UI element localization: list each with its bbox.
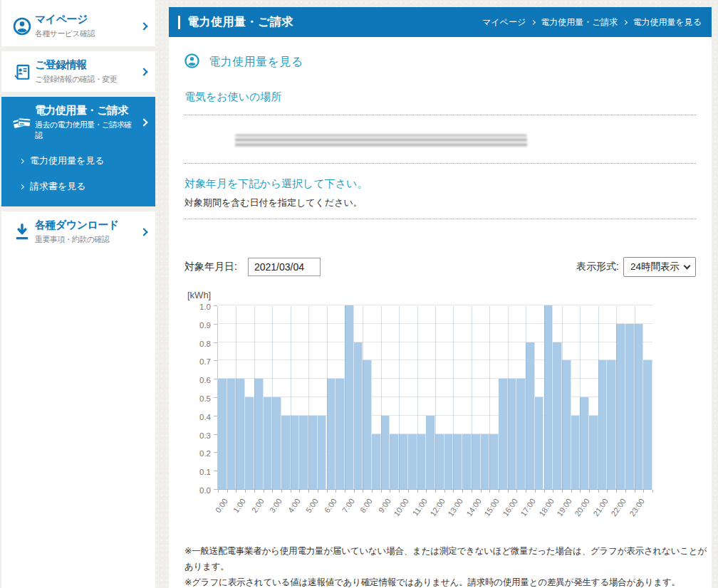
usage-bar [435,434,444,489]
x-tick-mark [499,490,499,493]
page-heading: 電力使用量を見る [209,55,303,70]
x-tick-mark [399,490,400,493]
x-gridline [236,306,236,489]
x-tick-mark [363,490,363,493]
page: { "sidebar": { "items": [ { "title": "マイ… [0,0,718,588]
sidebar: マイページ 各種サービス確認 ご登録情報 ご登録情報の確認・変更 [1,0,155,588]
usage-bar [607,360,616,489]
usage-bar [489,434,499,489]
x-tick-mark [516,490,517,493]
sidebar-subitem-label: 請求書を見る [30,180,86,193]
date-input[interactable] [248,258,321,276]
x-gridline [254,306,255,489]
x-gridline [508,306,509,489]
select-period-heading: 対象年月を下記から選択して下さい。 [184,177,696,191]
sidebar-item-downloads[interactable]: 各種ダウンロード 重要事項・約款の確認 [1,211,155,252]
usage-bar [643,360,652,489]
y-tick-label: 0.9 [187,321,211,330]
x-tick-mark [381,490,382,493]
x-tick-mark [236,490,236,493]
usage-bar [426,416,435,489]
usage-bar [390,434,399,489]
format-group: 表示形式: 24時間表示 [576,257,696,277]
sidebar-item-mypage[interactable]: マイページ 各種サービス確認 [1,6,155,46]
y-tick-label: 0.8 [187,340,211,348]
usage-bar [508,379,517,489]
x-tick-mark [318,490,318,493]
x-tick-mark [299,490,300,493]
breadcrumb-usage-billing[interactable]: 電力使用量・ご請求 [541,16,618,28]
usage-bar [335,379,345,489]
title-accent-bar [178,16,180,29]
sidebar-item-registration[interactable]: ご登録情報 ご登録情報の確認・変更 [1,51,155,92]
x-tick-mark [272,490,273,493]
x-gridline [544,306,545,489]
usage-bar [625,324,635,489]
x-gridline [616,306,617,489]
x-gridline [526,306,526,489]
chart-plot-area: 0:001:002:003:004:005:006:007:008:009:00… [217,306,652,490]
chart-notes: ※一般送配電事業者から使用電力量が届いていない場合、または測定できないほど微量だ… [184,544,712,588]
sidebar-item-title: マイページ [35,13,138,26]
usage-bar [417,434,427,489]
chevron-right-icon [140,228,147,236]
chart-y-axis: 0.00.10.20.30.40.50.60.70.80.91.0 [184,306,217,490]
x-tick-mark [544,490,545,493]
usage-bar [535,397,544,489]
y-tick-label: 0.3 [187,431,211,440]
usage-bar [291,416,300,489]
sidebar-item-subtitle: ご登録情報の確認・変更 [35,74,138,85]
x-gridline [345,306,345,489]
y-tick-label: 0.7 [187,357,211,366]
usage-bar [308,416,318,489]
y-tick-label: 0.5 [187,394,211,403]
usage-bar [245,397,254,489]
chevron-right-icon [140,22,147,30]
x-gridline [291,306,291,489]
sidebar-item-title: ご登録情報 [35,58,138,72]
page-header-title: 電力使用量・ご請求 [187,15,293,30]
usage-bar [227,379,236,489]
sidebar-subitem-view-usage[interactable]: 電力使用量を見る [1,148,155,174]
y-tick-label: 0.4 [187,413,211,421]
x-tick-mark [345,490,345,493]
usage-bar [472,434,481,489]
x-tick-mark [417,490,418,493]
sidebar-item-usage-billing[interactable]: 電力使用量・ご請求 過去の電力使用量・ご請求確認 [1,97,155,148]
x-tick-mark [526,490,526,493]
x-gridline [562,306,563,489]
x-tick-mark [635,490,635,493]
separator [184,163,696,164]
x-gridline [580,306,581,489]
display-format-select[interactable]: 24時間表示 [623,257,696,277]
x-gridline [472,306,472,489]
x-tick-mark [281,490,282,493]
breadcrumb-mypage[interactable]: マイページ [482,16,526,28]
format-label: 表示形式: [576,261,619,273]
usage-bar [327,379,336,489]
x-tick-mark [308,490,309,493]
note-line: ※グラフに表示されている値は速報値であり確定情報ではありません。請求時の使用量と… [184,575,712,588]
breadcrumb: マイページ 電力使用量・ご請求 電力使用量を見る [482,16,702,28]
x-gridline [399,306,400,489]
x-tick-mark [562,490,563,493]
x-gridline [381,306,382,489]
separator [184,219,696,219]
content-panel: 電力使用量を見る 電気をお使いの場所 対象年月を下記から選択して下さい。 対象期… [169,37,712,588]
x-tick-mark [245,490,246,493]
x-gridline [635,306,635,489]
x-tick-mark [616,490,617,493]
x-tick-mark [643,490,644,493]
note-line: ※一般送配電事業者から使用電力量が届いていない場合、または測定できないほど微量だ… [184,544,712,575]
person-circle-icon [184,53,199,71]
x-tick-mark [435,490,436,493]
x-tick-mark [354,490,355,493]
x-tick-mark [625,490,626,493]
user-circle-icon [9,17,35,36]
usage-bar [635,324,644,489]
sidebar-subitem-view-invoice[interactable]: 請求書を見る [1,174,155,199]
x-tick-mark [462,490,463,493]
usage-bar [345,305,354,489]
usage-chart: [kWh] 0.00.10.20.30.40.50.60.70.80.91.0 … [184,290,696,588]
breadcrumb-separator-icon [531,19,536,24]
